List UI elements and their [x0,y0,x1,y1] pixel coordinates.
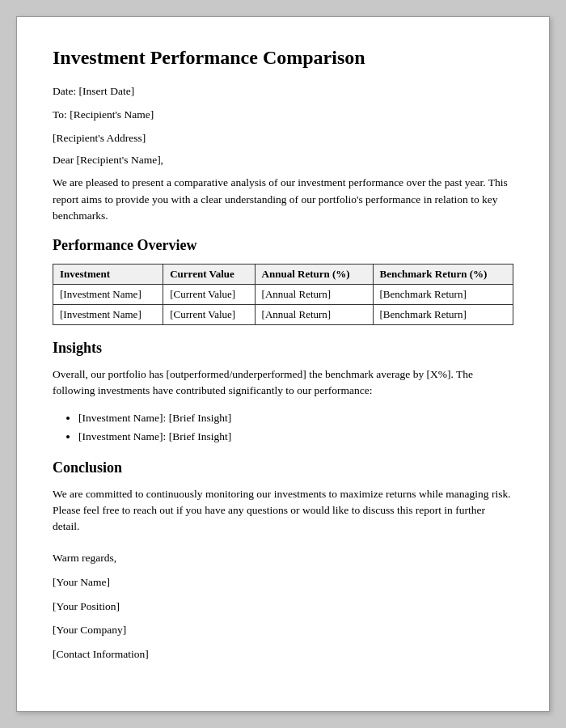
table-cell: [Investment Name] [53,285,163,305]
closing-company: [Your Company] [53,621,513,639]
address-line: [Recipient's Address] [53,131,513,146]
closing-warm-regards: Warm regards, [53,549,513,567]
table-cell: [Annual Return] [255,305,373,325]
dear-line: Dear [Recipient's Name], [53,154,513,167]
conclusion-heading: Conclusion [53,459,513,476]
list-item: [Investment Name]: [Brief Insight] [78,428,513,447]
table-cell: [Current Value] [163,285,255,305]
conclusion-paragraph: We are committed to continuously monitor… [53,486,513,535]
table-cell: [Benchmark Return] [373,285,513,305]
table-cell: [Investment Name] [53,305,163,325]
table-row: [Investment Name][Current Value][Annual … [53,285,513,305]
table-cell: [Current Value] [163,305,255,325]
closing-contact: [Contact Information] [53,645,513,663]
insights-bullet-list: [Investment Name]: [Brief Insight][Inves… [78,409,513,447]
table-cell: [Benchmark Return] [373,305,513,325]
performance-heading: Performance Overview [53,237,513,254]
list-item: [Investment Name]: [Brief Insight] [78,409,513,428]
intro-paragraph: We are pleased to present a comparative … [53,175,513,224]
closing-name: [Your Name] [53,574,513,591]
table-row: [Investment Name][Current Value][Annual … [53,305,513,325]
date-line: Date: [Insert Date] [53,84,513,99]
col-header-annual-return: Annual Return (%) [255,265,373,285]
table-header-row: Investment Current Value Annual Return (… [53,265,513,285]
document-page: Investment Performance Comparison Date: … [16,16,550,712]
insights-heading: Insights [53,340,513,357]
col-header-current-value: Current Value [163,265,255,285]
closing-position: [Your Position] [53,598,513,616]
performance-table: Investment Current Value Annual Return (… [53,264,513,325]
document-title: Investment Performance Comparison [53,46,513,70]
col-header-investment: Investment [53,265,163,285]
insights-paragraph: Overall, our portfolio has [outperformed… [53,366,513,400]
to-line: To: [Recipient's Name] [53,108,513,123]
col-header-benchmark: Benchmark Return (%) [373,265,513,285]
table-cell: [Annual Return] [255,285,373,305]
